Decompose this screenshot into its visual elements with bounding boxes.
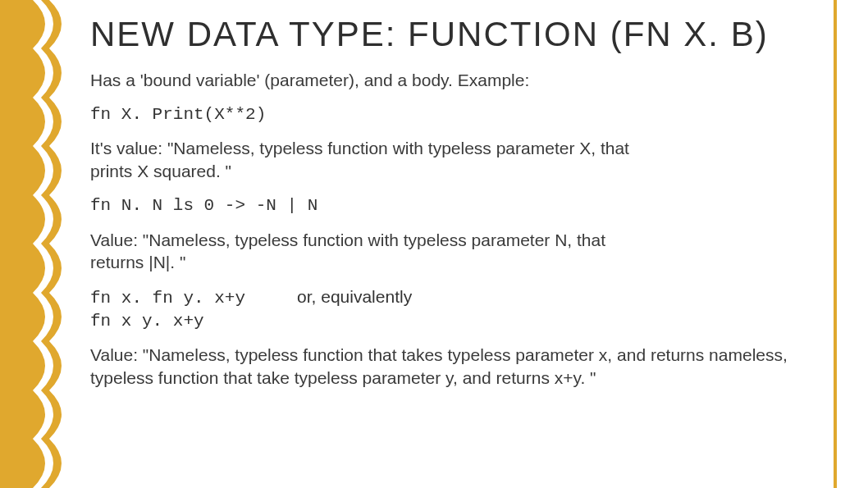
code-example-3a: fn x. fn y. x+y <box>90 289 245 308</box>
code-example-2: fn N. N ls 0 -> -N | N <box>90 194 819 217</box>
value-description-1: It's value: "Nameless, typeless function… <box>90 137 648 182</box>
slide: NEW DATA TYPE: FUNCTION (FN X. B) Has a … <box>0 0 868 488</box>
value-description-3: Value: "Nameless, typeless function that… <box>90 344 819 389</box>
equivalence-note: or, equivalently <box>297 287 412 306</box>
code-example-3: fn x. fn y. x+y or, equivalently fn x y.… <box>90 285 819 332</box>
code-example-1: fn X. Print(X**2) <box>90 103 819 126</box>
slide-title: NEW DATA TYPE: FUNCTION (FN X. B) <box>90 15 819 54</box>
intro-text: Has a 'bound variable' (parameter), and … <box>90 69 648 92</box>
value-description-2: Value: "Nameless, typeless function with… <box>90 229 648 274</box>
content-area: NEW DATA TYPE: FUNCTION (FN X. B) Has a … <box>90 15 819 401</box>
code-example-3b: fn x y. x+y <box>90 312 204 331</box>
scalloped-edge-decoration <box>0 0 74 488</box>
right-accent-line <box>834 0 837 488</box>
